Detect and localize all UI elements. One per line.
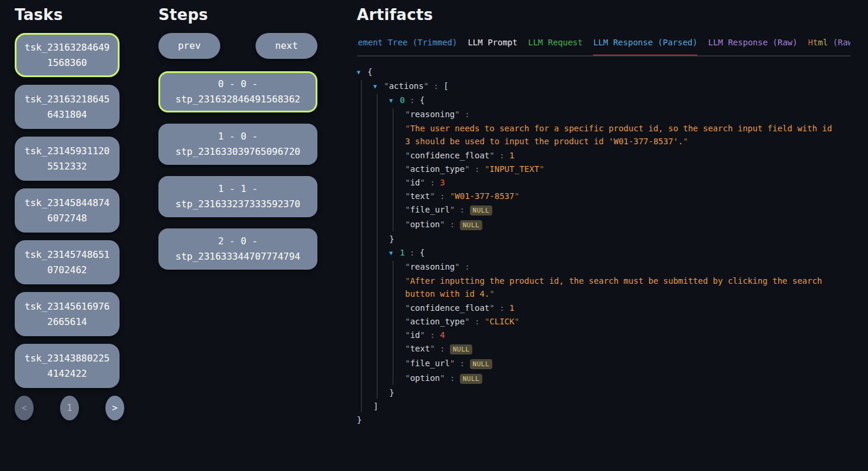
pagination-next-button[interactable]: > bbox=[105, 396, 124, 420]
tasks-pagination: < 1 > bbox=[15, 396, 124, 420]
json-token: " bbox=[430, 344, 435, 353]
json-tree-row: "action_type" : "INPUT_TEXT" bbox=[393, 163, 857, 175]
task-button[interactable]: tsk_231632846491568360 bbox=[15, 33, 120, 77]
pagination-prev-button[interactable]: < bbox=[15, 396, 34, 420]
json-tree-row: } bbox=[357, 414, 857, 426]
json-token: " bbox=[514, 317, 519, 326]
json-token: } bbox=[389, 388, 394, 397]
json-tree-row: "option" : NULL bbox=[393, 372, 857, 385]
json-token: : bbox=[405, 248, 419, 257]
json-token: " bbox=[539, 164, 544, 174]
collapse-arrow-icon[interactable]: ▼ bbox=[373, 81, 384, 92]
json-token: 3 bbox=[440, 178, 445, 187]
json-token: : bbox=[460, 110, 470, 119]
tab-label-segment: Html bbox=[808, 38, 828, 47]
json-token: NULL bbox=[460, 220, 483, 230]
tab-element-tree-trimmed[interactable]: Element Tree (Trimmed) bbox=[357, 38, 457, 55]
json-tree-row: "file_url" : NULL bbox=[393, 357, 857, 370]
json-token: INPUT_TEXT bbox=[489, 164, 539, 174]
json-token: { bbox=[367, 67, 372, 77]
json-token: 1 bbox=[509, 303, 514, 313]
json-token: " bbox=[455, 110, 459, 119]
json-token: : bbox=[425, 178, 440, 187]
json-token: action_type bbox=[410, 164, 465, 174]
json-token: " bbox=[423, 81, 428, 91]
tab-html-raw[interactable]: Html (Raw) bbox=[808, 38, 850, 55]
json-token: 1 bbox=[509, 151, 514, 160]
json-token: text bbox=[410, 344, 430, 353]
task-button[interactable]: tsk_231457486510702462 bbox=[15, 240, 120, 284]
json-token: " bbox=[420, 178, 425, 187]
json-tree-row: "text" : "W01-377-8537" bbox=[393, 190, 857, 202]
json-token: The user needs to search for a specific … bbox=[405, 124, 832, 146]
json-token: reasoning bbox=[410, 262, 455, 271]
pagination-page-button[interactable]: 1 bbox=[60, 396, 79, 420]
step-button[interactable]: 2 - 0 - stp_231633344707774794 bbox=[158, 228, 317, 270]
json-token: : bbox=[445, 373, 459, 383]
tab-llm-prompt[interactable]: LLM Prompt bbox=[468, 38, 517, 55]
step-button[interactable]: 1 - 1 - stp_231633237333592370 bbox=[158, 176, 317, 217]
json-token: " bbox=[465, 317, 469, 326]
steps-title: Steps bbox=[158, 6, 317, 24]
json-tree-row: ▼"actions" : [ bbox=[362, 80, 857, 92]
json-token: NULL bbox=[460, 374, 483, 384]
tab-llm-response-raw[interactable]: LLM Response (Raw) bbox=[708, 38, 797, 55]
tasks-title: Tasks bbox=[15, 6, 120, 24]
task-button[interactable]: tsk_231438802254142422 bbox=[15, 344, 120, 388]
json-token: file_url bbox=[410, 205, 449, 214]
json-token: : bbox=[470, 317, 485, 326]
step-button[interactable]: 0 - 0 - stp_231632846491568362 bbox=[158, 71, 317, 112]
json-tree-row: "confidence_float" : 1 bbox=[393, 150, 857, 161]
task-button[interactable]: tsk_231632186456431804 bbox=[15, 85, 120, 129]
json-token: option bbox=[410, 373, 440, 383]
json-tree-row: "file_url" : NULL bbox=[393, 204, 857, 217]
json-token: : bbox=[495, 151, 509, 160]
json-token: NULL bbox=[470, 205, 493, 215]
json-tree-row: "option" : NULL bbox=[393, 218, 857, 231]
collapse-arrow-icon[interactable]: ▼ bbox=[389, 95, 400, 107]
json-tree-row: } bbox=[377, 387, 857, 399]
artifacts-title: Artifacts bbox=[357, 6, 857, 24]
json-token: { bbox=[420, 248, 425, 257]
tab-llm-request[interactable]: LLM Request bbox=[528, 38, 583, 55]
json-token: : bbox=[460, 262, 470, 271]
json-token: option bbox=[410, 220, 440, 229]
json-token: After inputting the product id, the sear… bbox=[405, 276, 822, 298]
json-tree-row: "text" : NULL bbox=[393, 343, 857, 356]
prev-step-button[interactable]: prev bbox=[158, 33, 220, 59]
json-token: NULL bbox=[470, 359, 493, 369]
collapse-arrow-icon[interactable]: ▼ bbox=[357, 67, 367, 78]
json-token: confidence_float bbox=[410, 151, 489, 160]
json-tree-row: "The user needs to search for a specific… bbox=[393, 122, 833, 148]
tasks-list: tsk_231632846491568360tsk_23163218645643… bbox=[15, 33, 120, 388]
step-button[interactable]: 1 - 0 - stp_231633039765096720 bbox=[158, 124, 317, 165]
json-token: } bbox=[389, 234, 394, 244]
json-token: " bbox=[420, 330, 425, 340]
json-token: action_type bbox=[410, 317, 465, 326]
json-token: " bbox=[465, 164, 469, 174]
json-tree-row: "reasoning" : bbox=[393, 261, 857, 273]
json-token: id bbox=[410, 330, 420, 340]
artifacts-panel: Artifacts Element Tree (Trimmed)LLM Prom… bbox=[357, 6, 857, 427]
steps-panel: Steps prev next 0 - 0 - stp_231632846491… bbox=[158, 6, 317, 281]
json-token: " bbox=[455, 262, 459, 271]
json-token: id bbox=[410, 178, 420, 187]
json-token: : bbox=[425, 330, 440, 340]
json-tree-children: "reasoning" :"After inputting the produc… bbox=[393, 261, 857, 385]
tab-label-segment: (Raw) bbox=[828, 38, 850, 47]
task-button[interactable]: tsk_231456169762665614 bbox=[15, 292, 120, 336]
task-button[interactable]: tsk_231458448746072748 bbox=[15, 188, 120, 233]
json-token: [ bbox=[443, 81, 448, 91]
json-token: : bbox=[470, 164, 485, 174]
next-step-button[interactable]: next bbox=[256, 33, 317, 59]
json-tree-row: "id" : 3 bbox=[393, 177, 857, 188]
json-token: reasoning bbox=[410, 110, 455, 119]
collapse-arrow-icon[interactable]: ▼ bbox=[389, 247, 400, 259]
json-token: W01-377-8537 bbox=[455, 191, 514, 201]
tab-llm-response-parsed[interactable]: LLM Response (Parsed) bbox=[593, 38, 697, 57]
json-tree-row: ] bbox=[362, 400, 857, 412]
json-token: : bbox=[429, 81, 443, 91]
json-token: : bbox=[455, 205, 469, 214]
task-button[interactable]: tsk_231459311205512332 bbox=[15, 137, 120, 181]
json-token: : bbox=[405, 95, 419, 105]
